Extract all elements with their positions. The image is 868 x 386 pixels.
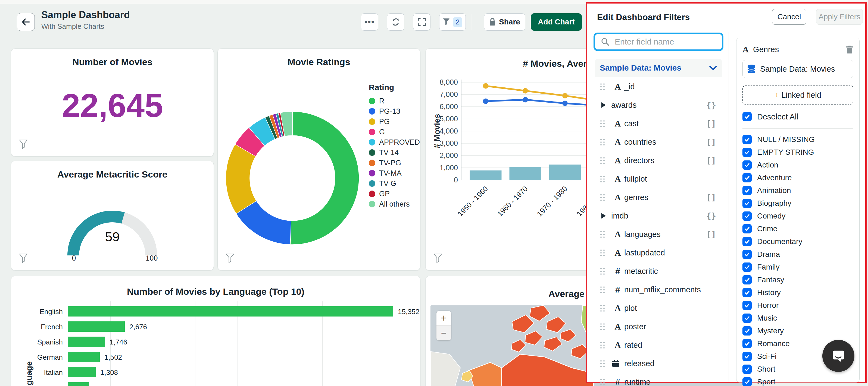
drag-handle-icon[interactable] bbox=[600, 304, 604, 312]
filter-source-chip[interactable]: Sample Data: Movies bbox=[742, 60, 853, 78]
legend-item-PG-13[interactable]: PG-13 bbox=[369, 106, 420, 116]
line-point-series2-1960 - 1970[interactable] bbox=[523, 97, 528, 102]
filter-option-Horror[interactable]: Horror bbox=[742, 299, 853, 312]
field-row-countries[interactable]: Acountries[] bbox=[595, 133, 722, 151]
drag-handle-icon[interactable] bbox=[600, 193, 604, 202]
line-point-series2-1950 - 1960[interactable] bbox=[483, 99, 488, 104]
drag-handle-icon[interactable] bbox=[600, 322, 604, 330]
option-checkbox[interactable] bbox=[742, 135, 752, 144]
refresh-button[interactable] bbox=[387, 13, 404, 31]
dashboard-filter-button[interactable]: 2 bbox=[439, 13, 466, 31]
field-row-imdb[interactable]: imdb{} bbox=[595, 207, 722, 225]
expand-arrow-icon[interactable] bbox=[601, 102, 606, 108]
chart-filter-icon[interactable] bbox=[226, 253, 234, 263]
bar-1950 - 1960[interactable] bbox=[470, 171, 502, 180]
field-row-plot[interactable]: Aplot bbox=[595, 299, 722, 317]
bar-partial[interactable] bbox=[68, 382, 89, 386]
filter-option-Mystery[interactable]: Mystery bbox=[742, 324, 853, 337]
legend-item-TV-14[interactable]: TV-14 bbox=[369, 147, 420, 158]
bar-1970 - 1980[interactable] bbox=[549, 165, 581, 180]
filter-option-EMPTY STRING[interactable]: EMPTY STRING bbox=[742, 146, 853, 159]
filter-option-Family[interactable]: Family bbox=[742, 260, 853, 273]
field-row-released[interactable]: released bbox=[595, 354, 722, 373]
field-row-runtime[interactable]: #runtime bbox=[595, 373, 722, 386]
filter-option-NULL / MISSING[interactable]: NULL / MISSING bbox=[742, 133, 853, 146]
field-row-lastupdated[interactable]: Alastupdated bbox=[595, 244, 722, 262]
chart-filter-icon[interactable] bbox=[434, 253, 442, 263]
option-checkbox[interactable] bbox=[742, 339, 752, 348]
field-row-directors[interactable]: Adirectors[] bbox=[595, 151, 722, 170]
filter-option-Biography[interactable]: Biography bbox=[742, 197, 853, 210]
drag-handle-icon[interactable] bbox=[600, 249, 604, 257]
option-checkbox[interactable] bbox=[742, 262, 752, 272]
filter-option-Adventure[interactable]: Adventure bbox=[742, 171, 853, 184]
legend-item-APPROVED[interactable]: APPROVED bbox=[369, 137, 420, 147]
trash-icon[interactable] bbox=[846, 45, 853, 54]
line-point-series1-1970 - 1980[interactable] bbox=[562, 93, 568, 99]
bar-1960 - 1970[interactable] bbox=[509, 167, 541, 180]
legend-item-R[interactable]: R bbox=[369, 96, 420, 106]
field-row-rated[interactable]: Arated bbox=[595, 336, 722, 354]
line-point-series1-1950 - 1960[interactable] bbox=[483, 83, 488, 89]
chart-filter-icon[interactable] bbox=[19, 140, 27, 149]
bar-Spanish[interactable] bbox=[68, 337, 105, 347]
field-row-genres[interactable]: Agenres[] bbox=[595, 188, 722, 207]
donut-segment-R[interactable] bbox=[290, 112, 359, 245]
option-checkbox[interactable] bbox=[742, 275, 752, 284]
chat-widget-button[interactable] bbox=[823, 340, 855, 372]
drag-handle-icon[interactable] bbox=[600, 82, 604, 91]
back-button[interactable] bbox=[17, 13, 35, 31]
field-row-metacritic[interactable]: #metacritic bbox=[595, 262, 722, 280]
drag-handle-icon[interactable] bbox=[600, 230, 604, 238]
legend-item-All others[interactable]: All others bbox=[369, 199, 420, 209]
filter-option-Drama[interactable]: Drama bbox=[742, 248, 853, 260]
add-linked-field-button[interactable]: + Linked field bbox=[742, 85, 853, 105]
cancel-button[interactable]: Cancel bbox=[772, 9, 806, 25]
add-chart-button[interactable]: Add Chart bbox=[531, 13, 582, 31]
filter-option-Action[interactable]: Action bbox=[742, 159, 853, 171]
field-row-cast[interactable]: Acast[] bbox=[595, 114, 722, 133]
bar-Italian[interactable] bbox=[68, 367, 96, 377]
filter-option-Documentary[interactable]: Documentary bbox=[742, 235, 853, 248]
option-checkbox[interactable] bbox=[742, 199, 752, 208]
filter-option-History[interactable]: History bbox=[742, 286, 853, 299]
drag-handle-icon[interactable] bbox=[600, 175, 604, 183]
bar-English[interactable] bbox=[68, 306, 393, 317]
fullscreen-button[interactable] bbox=[413, 13, 431, 31]
filter-option-Comedy[interactable]: Comedy bbox=[742, 210, 853, 222]
option-checkbox[interactable] bbox=[742, 186, 752, 195]
legend-item-TV-PG[interactable]: TV-PG bbox=[369, 158, 420, 168]
field-row-languages[interactable]: Alanguages[] bbox=[595, 225, 722, 244]
filter-option-Music[interactable]: Music bbox=[742, 312, 853, 324]
drag-handle-icon[interactable] bbox=[600, 341, 604, 349]
map-zoom-out-button[interactable]: − bbox=[436, 325, 451, 340]
field-row-num_mflix_comments[interactable]: #num_mflix_comments bbox=[595, 280, 722, 299]
filter-option-Animation[interactable]: Animation bbox=[742, 184, 853, 197]
bar-German[interactable] bbox=[68, 352, 100, 362]
option-checkbox[interactable] bbox=[742, 237, 752, 246]
option-checkbox[interactable] bbox=[742, 173, 752, 182]
donut-segment-PG[interactable] bbox=[226, 144, 256, 214]
drag-handle-icon[interactable] bbox=[600, 138, 604, 146]
deselect-all-row[interactable]: Deselect All bbox=[742, 112, 853, 121]
chart-filter-icon[interactable] bbox=[19, 253, 27, 263]
drag-handle-icon[interactable] bbox=[600, 119, 604, 128]
data-source-section[interactable]: Sample Data: Movies bbox=[595, 59, 722, 77]
drag-handle-icon[interactable] bbox=[600, 156, 604, 165]
option-checkbox[interactable] bbox=[742, 352, 752, 361]
field-row-fullplot[interactable]: Afullplot bbox=[595, 170, 722, 188]
bar-French[interactable] bbox=[68, 321, 125, 332]
expand-arrow-icon[interactable] bbox=[601, 213, 606, 218]
field-row-awards[interactable]: awards{} bbox=[595, 96, 722, 114]
option-checkbox[interactable] bbox=[742, 161, 752, 170]
share-button[interactable]: Share bbox=[484, 13, 525, 31]
option-checkbox[interactable] bbox=[742, 288, 752, 297]
drag-handle-icon[interactable] bbox=[600, 267, 604, 275]
option-checkbox[interactable] bbox=[742, 224, 752, 234]
field-search-input[interactable] bbox=[595, 34, 722, 50]
option-checkbox[interactable] bbox=[742, 211, 752, 221]
field-row-_id[interactable]: A_id bbox=[595, 77, 722, 96]
line-point-series2-1970 - 1980[interactable] bbox=[562, 100, 568, 106]
legend-item-PG[interactable]: PG bbox=[369, 116, 420, 127]
option-checkbox[interactable] bbox=[742, 326, 752, 336]
